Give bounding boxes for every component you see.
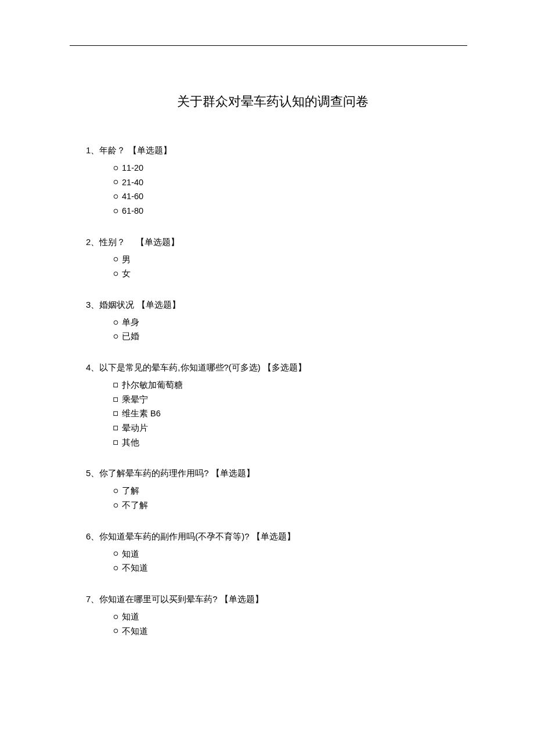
option-item[interactable]: 11-20 (113, 161, 464, 175)
question-type-label: 【单选题】 (211, 468, 255, 478)
svg-rect-11 (114, 426, 118, 430)
question-type-label: 【单选题】 (220, 594, 264, 604)
checkbox-icon (113, 397, 118, 402)
option-label: 单身 (122, 315, 139, 330)
svg-point-5 (114, 272, 117, 275)
question-text: 5、你了解晕车药的药理作用吗? 【单选题】 (86, 468, 464, 479)
svg-point-18 (114, 629, 117, 633)
option-list: 扑尔敏加葡萄糖乘晕宁维生素 B6晕动片其他 (86, 378, 464, 449)
question-label: 你了解晕车药的药理作用吗? (99, 468, 208, 478)
question-label: 以下是常见的晕车药,你知道哪些?(可多选) (99, 362, 261, 372)
option-list: 单身已婚 (86, 315, 464, 344)
question-type-label: 【单选题】 (136, 237, 179, 247)
option-item[interactable]: 知道 (113, 610, 464, 624)
svg-point-14 (114, 503, 117, 507)
svg-point-13 (114, 489, 117, 492)
question: 3、婚姻状况 【单选题】单身已婚 (86, 300, 464, 344)
question-text: 1、年龄？ 【单选题】 (86, 145, 464, 156)
question-number: 2、 (86, 237, 99, 247)
radio-icon (113, 503, 118, 508)
option-label: 11-20 (122, 161, 143, 175)
question-text: 3、婚姻状况 【单选题】 (86, 300, 464, 311)
option-label: 男 (122, 253, 131, 267)
option-label: 不了解 (122, 498, 148, 513)
question-text: 4、以下是常见的晕车药,你知道哪些?(可多选) 【多选题】 (86, 362, 464, 373)
option-item[interactable]: 知道 (113, 547, 464, 561)
question-type-label: 【单选题】 (128, 145, 172, 155)
svg-point-3 (114, 209, 117, 213)
svg-point-2 (114, 195, 117, 198)
option-item[interactable]: 了解 (113, 484, 464, 498)
document-title: 关于群众对晕车药认知的调查问卷 (81, 93, 464, 110)
option-label: 乘晕宁 (122, 393, 148, 407)
svg-point-4 (114, 258, 117, 261)
option-item[interactable]: 已婚 (113, 329, 464, 344)
option-label: 不知道 (122, 561, 148, 575)
option-item[interactable]: 不知道 (113, 624, 464, 639)
question: 2、性别？【单选题】男女 (86, 237, 464, 281)
option-item[interactable]: 晕动片 (113, 421, 464, 435)
option-item[interactable]: 单身 (113, 315, 464, 330)
option-item[interactable]: 男 (113, 253, 464, 267)
svg-point-0 (114, 166, 117, 170)
question-number: 7、 (86, 594, 99, 604)
radio-icon (113, 334, 118, 339)
question-number: 1、 (86, 145, 99, 155)
checkbox-icon (113, 383, 118, 388)
question-number: 5、 (86, 468, 99, 478)
option-item[interactable]: 不知道 (113, 561, 464, 575)
radio-icon (113, 194, 118, 199)
option-item[interactable]: 乘晕宁 (113, 393, 464, 407)
option-item[interactable]: 其他 (113, 435, 464, 450)
option-label: 其他 (122, 435, 139, 450)
question: 7、你知道在哪里可以买到晕车药? 【单选题】知道不知道 (86, 594, 464, 638)
question-type-label: 【多选题】 (263, 362, 306, 372)
option-item[interactable]: 女 (113, 267, 464, 281)
option-label: 知道 (122, 610, 139, 624)
radio-icon (113, 257, 118, 262)
radio-icon (113, 208, 118, 214)
radio-icon (113, 320, 118, 325)
option-list: 知道不知道 (86, 547, 464, 575)
svg-point-17 (114, 615, 117, 618)
option-item[interactable]: 21-40 (113, 175, 464, 190)
radio-icon (113, 179, 118, 185)
radio-icon (113, 488, 118, 494)
question-number: 4、 (86, 362, 99, 372)
svg-rect-12 (114, 441, 118, 445)
question-text: 7、你知道在哪里可以买到晕车药? 【单选题】 (86, 594, 464, 605)
radio-icon (113, 551, 118, 556)
option-list: 男女 (86, 253, 464, 281)
option-item[interactable]: 维生素 B6 (113, 406, 464, 421)
option-label: 女 (122, 267, 131, 281)
radio-icon (113, 628, 118, 633)
option-item[interactable]: 41-60 (113, 189, 464, 204)
question-type-label: 【单选题】 (137, 300, 181, 309)
question-label: 性别？ (99, 237, 125, 247)
option-label: 了解 (122, 484, 139, 498)
option-label: 41-60 (122, 189, 143, 204)
option-item[interactable]: 不了解 (113, 498, 464, 513)
option-label: 61-80 (122, 204, 143, 218)
svg-point-1 (114, 181, 117, 184)
svg-point-16 (114, 566, 117, 570)
option-label: 已婚 (122, 329, 139, 344)
option-item[interactable]: 扑尔敏加葡萄糖 (113, 378, 464, 393)
radio-icon (113, 271, 118, 276)
top-horizontal-rule (70, 45, 467, 46)
checkbox-icon (113, 426, 118, 431)
svg-point-7 (114, 335, 117, 339)
svg-rect-9 (114, 398, 118, 402)
question-text: 6、你知道晕车药的副作用吗(不孕不育等)? 【单选题】 (86, 531, 464, 542)
question-number: 3、 (86, 300, 99, 309)
option-item[interactable]: 61-80 (113, 204, 464, 218)
option-label: 21-40 (122, 175, 143, 190)
option-label: 晕动片 (122, 421, 148, 435)
checkbox-icon (113, 411, 118, 416)
question: 4、以下是常见的晕车药,你知道哪些?(可多选) 【多选题】扑尔敏加葡萄糖乘晕宁维… (86, 362, 464, 449)
question-number: 6、 (86, 531, 99, 541)
option-label: 不知道 (122, 624, 148, 639)
radio-icon (113, 566, 118, 571)
question: 6、你知道晕车药的副作用吗(不孕不育等)? 【单选题】知道不知道 (86, 531, 464, 575)
radio-icon (113, 165, 118, 171)
